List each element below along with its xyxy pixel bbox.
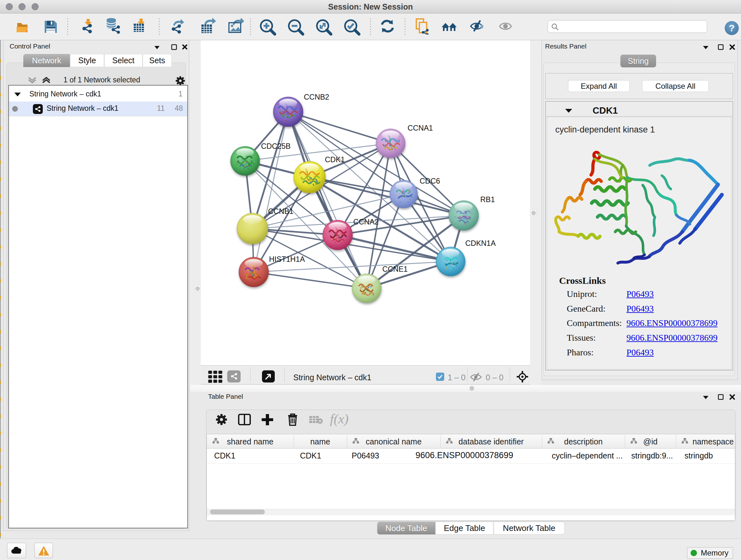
svg-text:CCNE1: CCNE1 [382, 265, 408, 273]
svg-text:CDC6: CDC6 [420, 177, 440, 185]
svg-text:CDC25B: CDC25B [261, 142, 291, 150]
svg-text:CCNB1: CCNB1 [268, 207, 293, 215]
svg-text:CCNA1: CCNA1 [408, 124, 433, 132]
svg-text:CCNB2: CCNB2 [304, 93, 329, 101]
svg-text:HIST1H1A: HIST1H1A [269, 255, 305, 263]
svg-text:CDKN1A: CDKN1A [465, 239, 496, 247]
svg-text:RB1: RB1 [480, 195, 495, 204]
svg-text:CCNA2: CCNA2 [353, 218, 379, 226]
svg-text:CDK1: CDK1 [325, 155, 345, 164]
